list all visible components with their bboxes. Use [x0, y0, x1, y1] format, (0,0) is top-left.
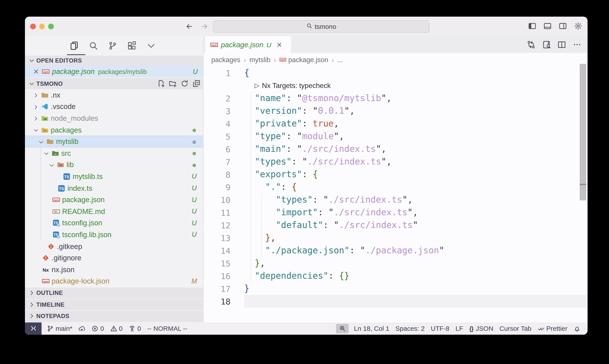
- chevron-down-icon[interactable]: [33, 127, 39, 133]
- chevron-right-icon[interactable]: [33, 104, 39, 110]
- status-bell[interactable]: [574, 325, 581, 332]
- status-0[interactable]: 0: [110, 325, 122, 332]
- status-prettier[interactable]: Prettier: [537, 325, 568, 332]
- chevron-down-icon[interactable]: [38, 139, 44, 144]
- explorer-icon[interactable]: [69, 40, 79, 51]
- code-line-17[interactable]: 17}: [204, 282, 588, 295]
- layout-panel-bottom-icon[interactable]: [543, 21, 553, 31]
- status-main-[interactable]: main*: [47, 325, 72, 332]
- tree-item-tsconfig-lib-json[interactable]: TStsconfig.lib.jsonU: [25, 229, 203, 240]
- tab-package-json[interactable]: npm package.json U: [205, 36, 291, 53]
- code-editor[interactable]: 1{▷Nx Targets: typecheck2 "name": "@tsmo…: [204, 66, 588, 308]
- status--normal-[interactable]: -- NORMAL --: [147, 325, 187, 332]
- search-icon[interactable]: [88, 40, 98, 51]
- code-line-11[interactable]: 11 "import": "./src/index.ts",: [204, 206, 588, 219]
- close-window-button[interactable]: [30, 24, 36, 29]
- status-0[interactable]: 0: [92, 325, 104, 332]
- split-editor-icon[interactable]: [557, 40, 566, 49]
- breadcrumb-item--[interactable]: ...: [337, 56, 343, 64]
- layout-sidebar-right-icon[interactable]: [558, 21, 568, 31]
- close-tab-icon[interactable]: [276, 41, 283, 48]
- codelens[interactable]: ▷Nx Targets: typecheck: [255, 79, 331, 92]
- code-line-2[interactable]: 2 "name": "@tsmono/mytslib",: [204, 92, 588, 104]
- code-line-8[interactable]: 8 "exports": {: [204, 168, 588, 181]
- code-line-9[interactable]: 9 ".": {: [204, 181, 588, 193]
- tree-item-packages[interactable]: packages: [25, 124, 203, 136]
- code-line-4[interactable]: 4 "private": true,: [204, 117, 588, 130]
- tree-item-mytslib-ts[interactable]: TSmytslib.tsU: [25, 171, 203, 182]
- extensions-icon[interactable]: [127, 40, 137, 51]
- status-json[interactable]: {}JSON: [469, 325, 493, 332]
- scrollbar-tail[interactable]: [580, 185, 586, 200]
- tree-item-src[interactable]: ‹›src: [25, 147, 203, 159]
- compare-changes-icon[interactable]: [527, 40, 535, 49]
- explorer-section-header[interactable]: TSMONO: [25, 78, 203, 89]
- status-ln-18-col-1[interactable]: Ln 18, Col 1: [354, 325, 389, 332]
- codelens-row[interactable]: ▷Nx Targets: typecheck: [204, 79, 588, 92]
- new-folder-icon[interactable]: [169, 80, 177, 88]
- collapse-all-icon[interactable]: [193, 80, 200, 88]
- status-zoom-in[interactable]: [336, 324, 354, 333]
- status-cloud-upload[interactable]: [78, 325, 86, 332]
- more-views-icon[interactable]: [146, 40, 156, 51]
- zoom-in-icon[interactable]: [336, 324, 349, 333]
- section-header-timeline[interactable]: TIMELINE: [25, 299, 203, 310]
- section-header-outline[interactable]: OUTLINE: [25, 287, 203, 299]
- chevron-down-icon[interactable]: [43, 150, 50, 156]
- remote-indicator-icon[interactable]: [25, 322, 41, 335]
- tree-item-tsconfig-json[interactable]: TStsconfig.jsonU: [25, 217, 203, 229]
- tree-item--vscode[interactable]: .vscode: [25, 101, 203, 112]
- open-editors-header[interactable]: OPEN EDITORS: [25, 55, 203, 66]
- status-utf-8[interactable]: UTF-8: [431, 325, 449, 332]
- breadcrumb-item-mytslib[interactable]: mytslib: [249, 56, 270, 64]
- tree-item-package-json[interactable]: npmpackage.jsonU: [25, 194, 203, 206]
- tree-item-nx-json[interactable]: Nxnx.json: [25, 264, 203, 275]
- tree-item--nx[interactable]: .nx: [25, 89, 203, 101]
- status-0[interactable]: 0: [129, 325, 141, 332]
- section-header-notepads[interactable]: NOTEPADS: [25, 310, 203, 322]
- chevron-down-icon[interactable]: [49, 162, 55, 168]
- breadcrumb-item-package-json[interactable]: npmpackage.json: [280, 56, 328, 64]
- command-center-search[interactable]: tsmono: [213, 20, 430, 33]
- more-actions-icon[interactable]: [573, 40, 582, 49]
- open-editor-item-package-json[interactable]: npm package.json packages/mytslib U: [25, 66, 203, 78]
- code-line-10[interactable]: 10 "types": "./src/index.ts",: [204, 193, 588, 206]
- code-line-15[interactable]: 15 },: [204, 257, 588, 270]
- chevron-right-icon[interactable]: [33, 92, 39, 98]
- layout-sidebar-left-icon[interactable]: [527, 21, 537, 31]
- code-line-14[interactable]: 14 "./package.json": "./package.json": [204, 244, 588, 257]
- status-lf[interactable]: LF: [455, 325, 463, 332]
- status-spaces-2[interactable]: Spaces: 2: [396, 325, 425, 332]
- source-control-icon[interactable]: [107, 40, 118, 51]
- back-icon[interactable]: [184, 21, 194, 32]
- new-file-icon[interactable]: [157, 80, 165, 88]
- tree-item--gitkeep[interactable]: .gitkeep: [25, 240, 203, 252]
- open-preview-icon[interactable]: [542, 40, 551, 49]
- tree-item-mytslib[interactable]: mytslib: [25, 136, 203, 147]
- refresh-icon[interactable]: [181, 80, 189, 88]
- code-line-5[interactable]: 5 "type": "module",: [204, 130, 588, 143]
- code-line-1[interactable]: 1{: [204, 66, 588, 79]
- tree-item-index-ts[interactable]: TSindex.tsU: [25, 182, 203, 194]
- tree-item-package-lock-json[interactable]: npmpackage-lock.jsonM: [25, 275, 203, 287]
- zoom-window-button[interactable]: [48, 24, 54, 29]
- forward-icon[interactable]: [199, 21, 209, 32]
- chevron-right-icon[interactable]: [33, 115, 39, 121]
- close-icon[interactable]: [33, 68, 39, 75]
- tree-item-readme-md[interactable]: M↓README.mdU: [25, 206, 203, 217]
- code-line-3[interactable]: 3 "version": "0.0.1",: [204, 104, 588, 117]
- status-cursor-tab[interactable]: Cursor Tab: [499, 325, 531, 332]
- code-line-7[interactable]: 7 "types": "./src/index.ts",: [204, 155, 588, 168]
- code-line-16[interactable]: 16 "dependencies": {}: [204, 270, 588, 282]
- tree-item--gitignore[interactable]: .gitignore: [25, 252, 203, 264]
- code-line-18[interactable]: 18: [204, 295, 588, 308]
- tree-item-node-modules[interactable]: JSnode_modules: [25, 112, 203, 124]
- breadcrumb-item-packages[interactable]: packages: [211, 56, 240, 64]
- minimize-window-button[interactable]: [39, 24, 45, 29]
- code-line-12[interactable]: 12 "default": "./src/index.ts": [204, 219, 588, 232]
- settings-gear-icon[interactable]: [573, 21, 583, 31]
- code-line-6[interactable]: 6 "main": "./src/index.ts",: [204, 143, 588, 155]
- tree-item-lib[interactable]: lib: [25, 159, 203, 171]
- scrollbar[interactable]: [580, 64, 586, 184]
- code-line-13[interactable]: 13 },: [204, 232, 588, 244]
